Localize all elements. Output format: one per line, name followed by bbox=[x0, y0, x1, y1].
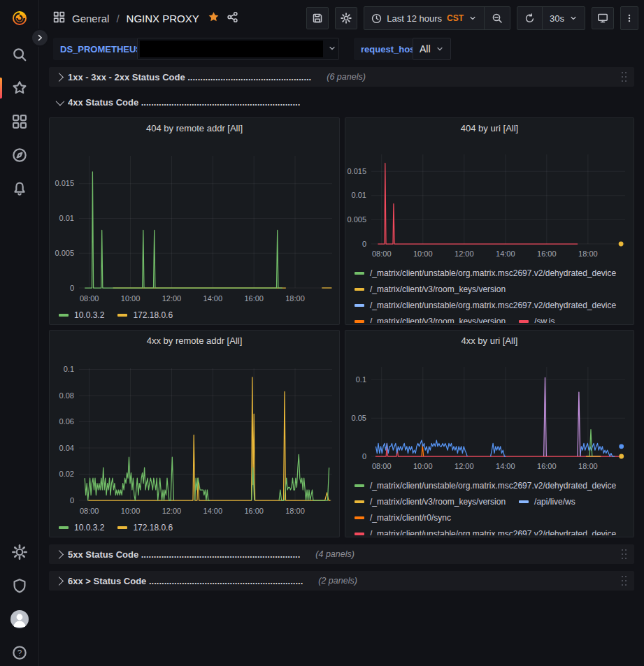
variable-ds-prometheus-label[interactable]: DS_PROMETHEUS bbox=[53, 38, 149, 60]
legend-swatch-icon bbox=[355, 533, 364, 535]
svg-text:14:00: 14:00 bbox=[496, 462, 515, 470]
legend-swatch-icon bbox=[355, 272, 364, 275]
breadcrumb-dashboard-title[interactable]: NGINX PROXY bbox=[127, 13, 199, 24]
legend-item[interactable]: /_matrix/client/unstable/org.matrix.msc2… bbox=[355, 526, 616, 535]
variable-ds-prometheus-dropdown[interactable] bbox=[137, 38, 339, 60]
legend-swatch-icon bbox=[59, 526, 69, 529]
legend-item[interactable]: 172.18.0.6 bbox=[117, 307, 173, 323]
chart-svg[interactable]: 00.0050.010.01508:0010:0012:0014:0016:00… bbox=[50, 118, 339, 324]
panel-4: 4xx by uri [All]00.050.108:0010:0012:001… bbox=[345, 330, 634, 537]
legend-item[interactable]: /sw.js bbox=[519, 313, 554, 323]
dashboard-row-header-1[interactable]: 1xx - 3xx - 2xx Status Code ............… bbox=[49, 67, 634, 87]
svg-text:10:00: 10:00 bbox=[413, 249, 433, 258]
legend-label: /_matrix/client/unstable/org.matrix.msc2… bbox=[370, 481, 616, 491]
chevron-down-icon bbox=[328, 44, 336, 52]
search-icon[interactable] bbox=[12, 47, 27, 62]
starred-dashboards-icon[interactable] bbox=[12, 80, 27, 96]
legend-item[interactable]: /api/live/ws bbox=[519, 493, 575, 509]
series-line bbox=[491, 443, 506, 456]
row-drag-handle[interactable] bbox=[622, 553, 623, 555]
breadcrumb-grid-icon[interactable] bbox=[53, 11, 65, 25]
legend-item[interactable]: /_matrix/client/unstable/org.matrix.msc2… bbox=[355, 265, 616, 281]
dashboard-row-header-3[interactable]: 5xx Status Code ........................… bbox=[49, 544, 634, 564]
explore-compass-icon[interactable] bbox=[12, 147, 27, 163]
svg-text:10:00: 10:00 bbox=[413, 462, 433, 470]
nav-sidebar: ? bbox=[0, 0, 39, 666]
svg-text:12:00: 12:00 bbox=[162, 294, 182, 303]
series-line bbox=[578, 392, 580, 456]
panel-1: 404 by remote addr [All]00.0050.010.0150… bbox=[49, 117, 340, 325]
dashboard-row-header-2[interactable]: 4xx Status Code ........................… bbox=[49, 92, 634, 112]
grafana-dashboard: ? General / NGINX PROXY bbox=[0, 0, 644, 666]
legend-item[interactable]: 10.0.3.2 bbox=[59, 519, 104, 535]
row-drag-handle[interactable] bbox=[622, 76, 623, 78]
svg-text:0: 0 bbox=[362, 240, 366, 248]
refresh-interval-picker[interactable]: 30s bbox=[542, 7, 585, 29]
refresh-group: 30s bbox=[517, 6, 585, 30]
header-toolbar: Last 12 hours CST 30s bbox=[306, 7, 638, 29]
svg-text:0.01: 0.01 bbox=[59, 214, 74, 222]
chevron-down-icon bbox=[468, 14, 477, 22]
refresh-button[interactable] bbox=[517, 7, 542, 29]
row-title: 1xx - 3xx - 2xx Status Code ............… bbox=[68, 72, 311, 82]
legend-item[interactable]: 172.18.0.6 bbox=[117, 519, 173, 535]
legend-label: /_matrix/client/v3/room_keys/version bbox=[370, 284, 506, 294]
svg-text:14:00: 14:00 bbox=[203, 507, 223, 515]
svg-text:12:00: 12:00 bbox=[455, 462, 474, 470]
svg-text:0: 0 bbox=[362, 452, 366, 461]
svg-text:0.1: 0.1 bbox=[356, 375, 366, 384]
series-line bbox=[378, 164, 578, 245]
time-range-picker[interactable]: Last 12 hours CST bbox=[364, 7, 484, 29]
svg-text:08:00: 08:00 bbox=[372, 462, 392, 470]
svg-text:0.005: 0.005 bbox=[55, 249, 74, 257]
sidebar-expand-button[interactable] bbox=[31, 29, 49, 47]
legend-item[interactable]: /_matrix/client/unstable/org.matrix.msc2… bbox=[355, 297, 616, 313]
series-end-point bbox=[619, 454, 624, 459]
series-line bbox=[544, 377, 547, 456]
legend-item[interactable]: /_matrix/client/unstable/org.matrix.msc2… bbox=[355, 477, 616, 493]
legend-label: /sw.js bbox=[534, 317, 554, 324]
chevron-down-icon bbox=[436, 45, 444, 53]
share-icon[interactable] bbox=[227, 11, 238, 25]
svg-text:14:00: 14:00 bbox=[496, 249, 515, 258]
row-chevron-right-icon bbox=[55, 550, 64, 559]
timezone-label: CST bbox=[447, 13, 464, 23]
breadcrumb-section[interactable]: General bbox=[72, 13, 109, 24]
svg-text:18:00: 18:00 bbox=[578, 249, 598, 258]
zoom-out-button[interactable] bbox=[484, 7, 510, 29]
series-line bbox=[85, 457, 173, 500]
legend-label: 172.18.0.6 bbox=[133, 523, 173, 533]
row-drag-handle[interactable] bbox=[622, 580, 623, 581]
row-chevron-down-icon bbox=[56, 96, 65, 106]
legend-item[interactable]: 10.0.3.2 bbox=[59, 307, 104, 323]
chevron-down-icon bbox=[569, 14, 578, 22]
user-avatar[interactable] bbox=[10, 610, 29, 628]
legend-item[interactable]: /_matrix/client/v3/room_keys/version bbox=[355, 493, 506, 509]
legend-swatch-icon bbox=[117, 526, 127, 529]
configuration-gear-icon[interactable] bbox=[12, 544, 27, 560]
svg-text:0.01: 0.01 bbox=[352, 191, 366, 199]
svg-text:16:00: 16:00 bbox=[537, 249, 557, 258]
legend-item[interactable]: /_matrix/client/r0/sync bbox=[355, 509, 451, 526]
redacted-value bbox=[140, 41, 323, 57]
dashboard-settings-button[interactable] bbox=[335, 7, 357, 29]
grafana-logo-icon[interactable] bbox=[10, 8, 29, 28]
dashboards-apps-icon[interactable] bbox=[12, 114, 27, 129]
tv-mode-button[interactable] bbox=[592, 7, 614, 29]
kebab-menu-button[interactable] bbox=[620, 6, 638, 30]
request-host-value: All bbox=[420, 43, 431, 55]
alerting-bell-icon[interactable] bbox=[12, 181, 27, 196]
variable-request-host-dropdown[interactable]: All bbox=[413, 38, 451, 60]
save-dashboard-button[interactable] bbox=[306, 7, 329, 29]
row-panel-count: (2 panels) bbox=[318, 576, 357, 586]
chart-svg[interactable]: 00.020.040.060.080.108:0010:0012:0014:00… bbox=[50, 331, 339, 537]
svg-text:0.015: 0.015 bbox=[55, 179, 74, 187]
server-admin-shield-icon[interactable] bbox=[12, 578, 27, 593]
dashboard-row-header-4[interactable]: 6xx > Status Code ......................… bbox=[49, 571, 634, 591]
favorite-star-icon[interactable] bbox=[208, 11, 220, 25]
legend-item[interactable]: /_matrix/client/v3/room_keys/version bbox=[355, 313, 506, 323]
legend-item[interactable]: /_matrix/client/v3/room_keys/version bbox=[355, 281, 506, 297]
svg-text:0.1: 0.1 bbox=[64, 365, 74, 373]
help-question-icon[interactable]: ? bbox=[12, 645, 27, 660]
breadcrumb-separator: / bbox=[116, 13, 119, 24]
